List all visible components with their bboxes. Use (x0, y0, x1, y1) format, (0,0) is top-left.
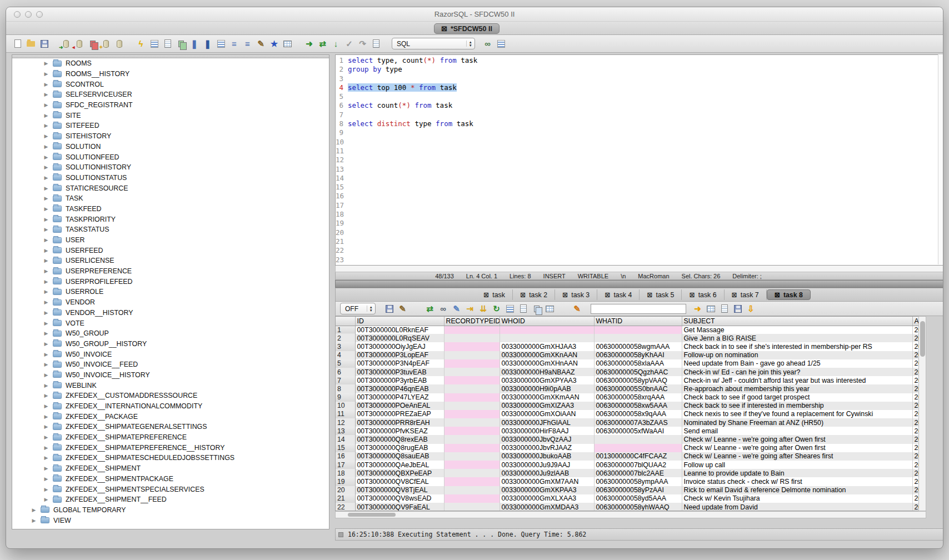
preview-icon[interactable]: ∞ (482, 38, 493, 49)
table-row[interactable]: 1400T3000000Q8rexEAB0033000000JbvQzAAJCh… (336, 435, 926, 443)
disclosure-triangle-icon[interactable]: ▶ (43, 102, 49, 108)
table-cell[interactable] (444, 368, 500, 376)
table-cell[interactable]: 0033000000GmXM7AAN (500, 477, 594, 486)
save-icon[interactable] (38, 38, 50, 49)
disclosure-triangle-icon[interactable]: ▶ (43, 497, 49, 502)
table-row[interactable]: 2200T3000000QV9FaEAL0033000000GmXMDAA300… (336, 503, 926, 511)
save-results-icon[interactable] (383, 303, 395, 314)
editor-horizontal-scrollbar[interactable] (335, 266, 943, 272)
limit-select[interactable]: OFF▲▼ (340, 303, 376, 314)
table-cell[interactable]: 00T3000000QBXPeEAP (355, 469, 444, 477)
table-cell[interactable]: 00T3000000QV8TjEAL (355, 486, 444, 494)
disclosure-triangle-icon[interactable]: ▶ (43, 237, 49, 243)
table-cell[interactable]: 00T3000000OiyJgEAJ (355, 342, 444, 351)
code-line[interactable]: group by type (348, 65, 943, 74)
table-cell[interactable] (594, 326, 682, 334)
table-cell[interactable]: 006300000058wgmAAA (594, 342, 682, 351)
code-line[interactable] (348, 228, 943, 237)
table-cell[interactable] (444, 444, 500, 452)
tree-item-zkfedex-internationalcommodity[interactable]: ▶ZKFEDEX__INTERNATIONALCOMMODITY (12, 401, 329, 412)
tree-item-userlicense[interactable]: ▶USERLICENSE (12, 256, 329, 266)
tree-item-task[interactable]: ▶TASK (12, 193, 329, 204)
disclosure-triangle-icon[interactable]: ▶ (43, 92, 49, 97)
code-line[interactable] (348, 237, 943, 246)
disclosure-triangle-icon[interactable]: ▶ (43, 455, 49, 461)
table-cell[interactable]: 0033000000Ju9zlAAB (500, 469, 594, 477)
code-line[interactable]: select distinct type from task (348, 119, 943, 128)
tree-item-zkfedex-shipment-feed[interactable]: ▶ZKFEDEX__SHIPMENT__FEED (12, 494, 329, 505)
disclosure-triangle-icon[interactable]: ▶ (43, 144, 49, 149)
table-cell[interactable]: Check w/ Leanne - we're going after Owen… (682, 435, 912, 443)
tree-item-zkfedex-customaddresssource[interactable]: ▶ZKFEDEX__CUSTOMADDRESSSOURCE (12, 391, 329, 401)
table-cell[interactable]: 00T3000000L0RqSEAV (355, 334, 444, 342)
table-cell[interactable]: 006300000058xlaAAA (594, 359, 682, 368)
new-db-object-icon[interactable]: ✦ (100, 38, 112, 49)
table-cell[interactable]: Check w/ Leanne - we're going after Shea… (682, 452, 912, 461)
table-cell[interactable]: 0033000000JbukoAAB (500, 452, 594, 461)
table-row[interactable]: 2100T3000000QV8wsEAD0033000000GmXLXAA300… (336, 494, 926, 503)
disclosure-triangle-icon[interactable]: ▶ (43, 331, 49, 336)
tree-item-global-temporary[interactable]: ▶GLOBAL TEMPORARY (12, 505, 329, 516)
disclosure-triangle-icon[interactable]: ▶ (43, 61, 49, 66)
table-cell[interactable] (594, 435, 682, 443)
table-cell[interactable]: 006300000058xw5AAA (594, 402, 682, 410)
table-row[interactable]: 1900T3000000QV8CfEAL0033000000GmXM7AAN00… (336, 477, 926, 486)
table-cell[interactable]: 0033000000GmXHJAA3 (500, 342, 594, 351)
table-cell[interactable]: 00630000007blc2AAE (594, 469, 682, 477)
table-row[interactable]: 1200T3000000PRR8rEAH0033000000JFhGlAAL00… (336, 418, 926, 427)
tree-item-scontrol[interactable]: ▶SCONTROL (12, 79, 329, 89)
table-row[interactable]: 300T3000000OiyJgEAJ0033000000GmXHJAA3006… (336, 342, 926, 351)
sql-code-area[interactable]: select type, count(*) from taskgroup by … (344, 55, 943, 265)
row-number-cell[interactable]: 11 (336, 410, 355, 418)
disclosure-triangle-icon[interactable]: ▶ (43, 393, 49, 398)
table-cell[interactable]: Leanne to provide update to Bain (682, 469, 912, 477)
tree-item-sfdc-registrant[interactable]: ▶SFDC_REGISTRANT (12, 100, 329, 111)
disclosure-triangle-icon[interactable]: ▶ (31, 518, 37, 523)
table-cell[interactable]: 00630000007A3bZAAS (594, 418, 682, 427)
table-cell[interactable] (500, 326, 594, 334)
table-cell[interactable]: Check back in to see if she's interested… (682, 342, 912, 351)
column-header-rownum[interactable] (336, 317, 355, 326)
disclosure-triangle-icon[interactable]: ▶ (31, 507, 37, 513)
tree-item-userprofilefeed[interactable]: ▶USERPROFILEFEED (12, 276, 329, 287)
disclosure-triangle-icon[interactable]: ▶ (43, 175, 49, 181)
tree-item-site[interactable]: ▶SITE (12, 110, 329, 121)
row-number-cell[interactable]: 10 (336, 402, 355, 410)
go-next-icon[interactable]: ➜ (692, 303, 703, 314)
result-tab-task-2[interactable]: ⊠task 2 (513, 289, 555, 300)
table-cell[interactable]: 00T3000000QV8CfEAL (355, 477, 444, 486)
table-cell[interactable]: 00630000005S0bnAAC (594, 384, 682, 393)
table-row[interactable]: 200T3000000L0RqSEAVGive Jenn a BIG RAISE… (336, 334, 926, 342)
tree-item-w50-invoice-feed[interactable]: ▶W50_INVOICE__FEED (12, 359, 329, 370)
tree-item-zkfedex-package[interactable]: ▶ZKFEDEX__PACKAGE (12, 411, 329, 422)
schema-book-icon[interactable]: ❚ (188, 38, 200, 49)
export-table-icon[interactable] (282, 38, 293, 49)
table-cell[interactable] (444, 477, 500, 486)
edit-sql-icon[interactable] (162, 38, 173, 49)
tree-item-staticresource[interactable]: ▶STATICRESOURCE (12, 183, 329, 193)
column-header-subject[interactable]: SUBJECT (682, 317, 912, 326)
table-cell[interactable]: 0033000000GmXKmAAN (500, 393, 594, 402)
tree-item-zkfedex-shipmategeneralsettings[interactable]: ▶ZKFEDEX__SHIPMATEGENERALSETTINGS (12, 422, 329, 432)
table-cell[interactable]: 00630000005xfWaAAI (594, 427, 682, 435)
row-number-cell[interactable]: 22 (336, 503, 355, 511)
table-row[interactable]: 600T3000000P3tuvEAB0033000000H9aNBAAZ006… (336, 368, 926, 376)
table-row[interactable]: 1700T3000000QAeJbEAL0033000000Ju9J9AAJ00… (336, 461, 926, 469)
table-cell[interactable]: 0013000000C4fFCAAZ (594, 452, 682, 461)
code-line[interactable] (348, 156, 943, 164)
highlight-pen-icon[interactable]: ✎ (571, 303, 583, 314)
tab-close-icon[interactable]: ⊠ (605, 291, 610, 299)
duplicate-table-icon[interactable] (544, 303, 556, 314)
code-line[interactable] (348, 192, 943, 201)
tree-item-w50-invoice[interactable]: ▶W50_INVOICE (12, 349, 329, 359)
row-number-cell[interactable]: 17 (336, 461, 355, 469)
row-number-cell[interactable]: 19 (336, 477, 355, 486)
code-line[interactable] (348, 165, 943, 174)
disclosure-triangle-icon[interactable]: ▶ (43, 341, 49, 347)
table-row[interactable]: 2000T3000000QV8TjEAL0033000000GmXKPAA300… (336, 486, 926, 494)
table-cell[interactable]: 006300000058yPzAAI (594, 486, 682, 494)
tree-item-solutionhistory[interactable]: ▶SOLUTIONHISTORY (12, 162, 329, 173)
tree-item-vendor[interactable]: ▶VENDOR (12, 297, 329, 308)
code-line[interactable] (348, 219, 943, 228)
table-cell[interactable]: 006300000058x9qAAA (594, 410, 682, 418)
